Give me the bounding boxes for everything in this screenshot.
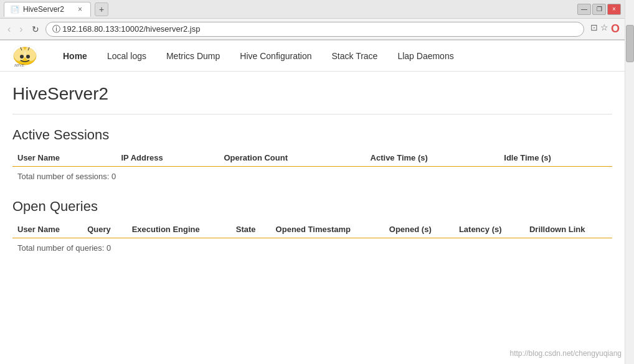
nav-item-stack-trace[interactable]: Stack Trace [321, 42, 387, 70]
col-username: User Name [12, 149, 116, 167]
refresh-button[interactable]: ↻ [29, 23, 42, 35]
watermark: http://blog.csdn.net/chengyuqiang [510, 349, 622, 358]
svg-point-2 [24, 46, 37, 61]
col-oq-exec-engine: Execution Engine [127, 221, 231, 238]
col-operation-count: Operation Count [219, 149, 365, 167]
open-queries-header-row: User Name Query Execution Engine State O… [12, 221, 612, 238]
hive-navigation: HIVE Home Local logs Metrics Dump Hive C… [0, 40, 625, 72]
new-tab-button[interactable]: + [95, 2, 108, 16]
active-sessions-table: User Name IP Address Operation Count Act… [12, 149, 612, 167]
col-oq-drilldown: Drilldown Link [524, 221, 612, 238]
page-title: HiveServer2 [12, 84, 612, 104]
forward-button[interactable]: › [17, 22, 25, 36]
active-sessions-title: Active Sessions [12, 127, 612, 143]
col-oq-username: User Name [12, 221, 82, 238]
address-bar: ‹ › ↻ ⓘ 192.168.80.133:10002/hiveserver2… [0, 19, 625, 40]
col-oq-state: State [231, 221, 271, 238]
nav-link-hive-configuration[interactable]: Hive Configuration [230, 42, 321, 70]
browser-chrome: 📄 HiveServer2 × + — ❐ × ‹ › ↻ ⓘ 192. [0, 0, 625, 40]
nav-item-metrics-dump[interactable]: Metrics Dump [156, 42, 230, 70]
col-oq-latency: Latency (s) [454, 221, 524, 238]
page-content: HiveServer2 Active Sessions User Name IP… [0, 72, 625, 364]
col-idle-time: Idle Time (s) [499, 149, 612, 167]
url-bar[interactable]: ⓘ 192.168.80.133:10002/hiveserver2.jsp [45, 22, 584, 37]
nav-item-hive-configuration[interactable]: Hive Configuration [230, 42, 321, 70]
opera-icon[interactable]: O [611, 22, 620, 35]
col-active-time: Active Time (s) [366, 149, 499, 167]
nav-item-local-logs[interactable]: Local logs [97, 42, 156, 70]
nav-link-local-logs[interactable]: Local logs [97, 42, 156, 70]
address-bar-icons: ⊡ ☆ O [590, 22, 620, 35]
nav-link-home[interactable]: Home [53, 42, 97, 70]
nav-item-home[interactable]: Home [53, 42, 97, 70]
title-divider [12, 114, 612, 114]
svg-point-1 [13, 46, 26, 61]
open-queries-title: Open Queries [12, 198, 612, 215]
title-bar: 📄 HiveServer2 × + — ❐ × [0, 0, 625, 19]
svg-point-4 [26, 55, 30, 58]
restore-button[interactable]: ❐ [592, 4, 606, 15]
active-sessions-header-row: User Name IP Address Operation Count Act… [12, 149, 612, 167]
nav-link-metrics-dump[interactable]: Metrics Dump [156, 42, 230, 70]
nav-links: Home Local logs Metrics Dump Hive Config… [53, 42, 464, 70]
nav-link-stack-trace[interactable]: Stack Trace [321, 42, 387, 70]
total-queries-label: Total number of queries: 0 [12, 238, 612, 258]
url-text: ⓘ 192.168.80.133:10002/hiveserver2.jsp [52, 24, 577, 35]
col-ip-address: IP Address [116, 149, 219, 167]
cast-icon[interactable]: ⊡ [590, 22, 598, 35]
open-queries-table: User Name Query Execution Engine State O… [12, 221, 612, 238]
tab-title: HiveServer2 [23, 5, 64, 14]
col-oq-opened-s: Opened (s) [384, 221, 454, 238]
scrollbar-thumb[interactable] [626, 25, 634, 62]
browser-tab[interactable]: 📄 HiveServer2 × [4, 2, 91, 17]
url-address: 192.168.80.133:10002/hiveserver2.jsp [62, 24, 200, 34]
svg-text:HIVE: HIVE [14, 63, 25, 68]
star-icon[interactable]: ☆ [600, 22, 608, 35]
url-secure-icon: ⓘ [52, 24, 63, 34]
scrollbar[interactable] [625, 0, 634, 364]
back-button[interactable]: ‹ [5, 22, 13, 36]
tab-close-button[interactable]: × [76, 5, 84, 14]
col-oq-query: Query [82, 221, 127, 238]
total-sessions-label: Total number of sessions: 0 [12, 167, 612, 186]
window-controls: — ❐ × [577, 4, 621, 15]
nav-link-llap-daemons[interactable]: Llap Daemons [387, 42, 463, 70]
minimize-button[interactable]: — [577, 4, 591, 15]
col-oq-opened-ts: Opened Timestamp [271, 221, 384, 238]
nav-item-llap-daemons[interactable]: Llap Daemons [387, 42, 463, 70]
svg-point-3 [20, 55, 24, 58]
browser-window: 📄 HiveServer2 × + — ❐ × ‹ › ↻ ⓘ 192. [0, 0, 634, 364]
hive-logo: HIVE [6, 44, 44, 68]
close-button[interactable]: × [607, 4, 621, 15]
tab-favicon: 📄 [11, 5, 19, 14]
